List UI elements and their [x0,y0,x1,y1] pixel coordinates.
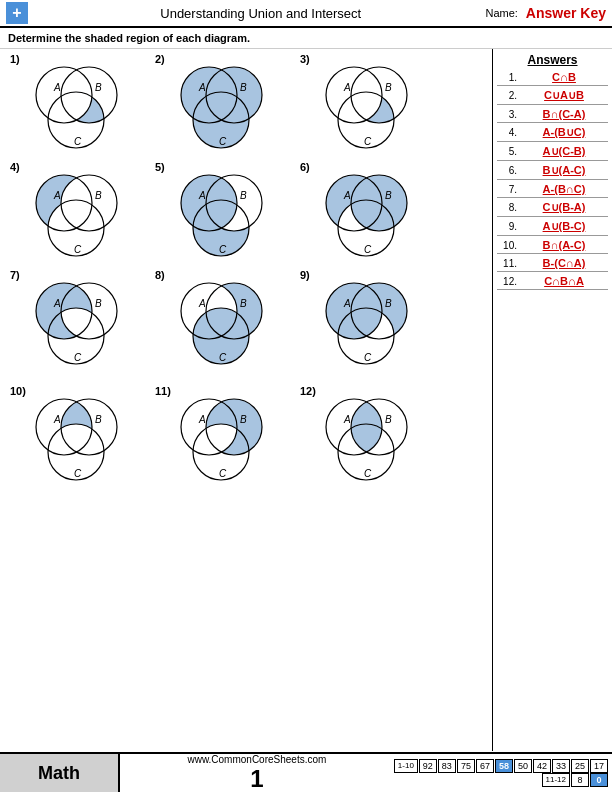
answer-text: B∩(C-A) [520,108,608,120]
svg-text:A: A [53,298,61,309]
diagram-11-label: 11) [155,385,171,397]
diagram-8: 8) A B C [151,269,296,371]
svg-text:A: A [343,82,351,93]
instructions: Determine the shaded region of each diag… [0,28,612,49]
svg-text:C: C [219,468,227,479]
diagram-row-3: 7) A B C [6,269,486,371]
answer-number: 7. [497,184,517,195]
svg-text:A: A [198,298,206,309]
diagram-2: 2) A B C [151,53,296,155]
diagram-6: 6) A B C [296,161,441,263]
answer-item: 9.A∪(B-C) [497,220,608,236]
score-33: 33 [552,759,570,773]
svg-text:C: C [219,244,227,255]
diagram-2-label: 2) [155,53,165,65]
answer-text: C∩B∩A [520,275,608,287]
website-label: www.CommonCoreSheets.com [120,754,394,765]
svg-text:B: B [240,298,247,309]
diagram-5-label: 5) [155,161,165,173]
svg-text:B: B [385,82,392,93]
svg-text:B: B [95,298,102,309]
answer-number: 9. [497,221,517,232]
footer-math-label: Math [0,754,120,792]
diagram-9: 9) A B C [296,269,441,371]
diagram-1-label: 1) [10,53,20,65]
svg-text:B: B [240,190,247,201]
svg-text:A: A [198,190,206,201]
answer-number: 12. [497,276,517,287]
svg-text:A: A [343,414,351,425]
score-92: 92 [419,759,437,773]
diagram-10-label: 10) [10,385,26,397]
diagrams-area: 1) [0,49,492,751]
diagram-10: 10) A B C [6,385,151,487]
diagram-3: 3) A B C [296,53,441,155]
svg-text:A: A [343,190,351,201]
score-83: 83 [438,759,456,773]
diagram-4-label: 4) [10,161,20,173]
answer-item: 3.B∩(C-A) [497,108,608,123]
svg-text:C: C [74,352,82,363]
svg-text:C: C [74,468,82,479]
page-title: Understanding Union and Intersect [36,6,485,21]
answer-item: 8.C∪(B-A) [497,201,608,217]
answer-item: 1.C∩B [497,71,608,86]
page-number: 1 [120,765,394,793]
logo-icon: + [6,2,28,24]
answers-panel: Answers 1.C∩B2.C∪A∪B3.B∩(C-A)4.A-(B∪C)5.… [492,49,612,751]
answer-text: A∪(B-C) [520,220,608,233]
score-label-2: 11-12 [542,773,570,787]
footer-center: www.CommonCoreSheets.com 1 [120,754,394,793]
svg-text:C: C [219,136,227,147]
score-50: 50 [514,759,532,773]
diagram-row-1: 1) [6,53,486,155]
header: + Understanding Union and Intersect Name… [0,0,612,28]
svg-text:A: A [53,414,61,425]
answer-text: B-(C∩A) [520,257,608,269]
answer-number: 10. [497,240,517,251]
svg-text:C: C [219,352,227,363]
score-42: 42 [533,759,551,773]
svg-text:B: B [385,298,392,309]
diagram-4: 4) A B C [6,161,151,263]
svg-text:C: C [364,468,372,479]
svg-text:B: B [240,414,247,425]
score-58: 58 [495,759,513,773]
score-8: 8 [571,773,589,787]
answer-text: C∪A∪B [520,89,608,102]
svg-text:A: A [53,190,61,201]
score-25: 25 [571,759,589,773]
diagram-7: 7) A B C [6,269,151,371]
svg-text:C: C [364,244,372,255]
diagram-row-2: 4) A B C 5) [6,161,486,263]
answer-text: A-(B∩C) [520,183,608,195]
answer-item: 7.A-(B∩C) [497,183,608,198]
answer-item: 11.B-(C∩A) [497,257,608,272]
answer-number: 11. [497,258,517,269]
answer-text: C∪(B-A) [520,201,608,214]
answer-key-label: Answer Key [526,5,606,21]
score-label-1: 1-10 [394,759,418,773]
answers-title: Answers [497,53,608,67]
svg-text:B: B [95,82,102,93]
svg-text:B: B [95,190,102,201]
svg-text:A: A [53,82,61,93]
answer-number: 8. [497,202,517,213]
answer-number: 2. [497,90,517,101]
svg-text:C: C [364,136,372,147]
diagram-12-label: 12) [300,385,316,397]
answer-text: A∪(C-B) [520,145,608,158]
svg-text:C: C [364,352,372,363]
score-0: 0 [590,773,608,787]
answer-item: 6.B∪(A-C) [497,164,608,180]
answer-number: 6. [497,165,517,176]
svg-text:A: A [198,82,206,93]
svg-text:A: A [343,298,351,309]
svg-text:B: B [385,414,392,425]
answer-item: 12.C∩B∩A [497,275,608,290]
answer-number: 5. [497,146,517,157]
footer: Math www.CommonCoreSheets.com 1 1-10 92 … [0,752,612,792]
diagram-1: 1) [6,53,151,155]
main-content: 1) [0,49,612,751]
diagram-6-label: 6) [300,161,310,173]
